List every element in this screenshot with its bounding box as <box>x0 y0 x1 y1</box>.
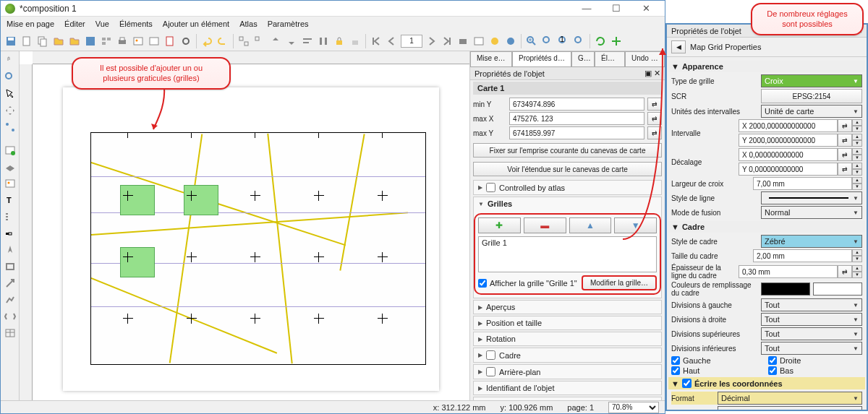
last-icon[interactable] <box>440 34 454 48</box>
section-overviews[interactable]: Aperçus <box>486 303 515 311</box>
section-rotation[interactable]: Rotation <box>486 335 516 343</box>
gp-chk-right[interactable] <box>768 356 777 365</box>
open-folder2-icon[interactable] <box>67 34 82 48</box>
page-input[interactable] <box>401 35 422 48</box>
gp-interval-x[interactable] <box>739 119 838 132</box>
section-position[interactable]: Position et taille <box>486 319 542 327</box>
atlas-print-icon[interactable] <box>456 34 470 48</box>
gp-fill-color1[interactable] <box>761 283 810 296</box>
gp-section-appearance[interactable]: Apparence <box>682 62 723 71</box>
add-grid-button[interactable]: ✚ <box>478 217 521 233</box>
raise-icon[interactable] <box>268 34 283 48</box>
gp-offset-y[interactable] <box>739 163 838 176</box>
atlas-export-icon[interactable] <box>472 34 486 48</box>
menu-edit[interactable]: Éditer <box>64 20 85 28</box>
gp-chk-bot[interactable] <box>768 366 777 375</box>
settings-icon[interactable] <box>179 34 193 48</box>
gp-offset-x[interactable] <box>739 148 838 161</box>
gp-offx-override-icon[interactable]: ⇄ <box>838 148 852 161</box>
gp-intx-override-icon[interactable]: ⇄ <box>838 119 852 132</box>
zoomin-icon[interactable] <box>524 34 539 48</box>
show-grid-checkbox[interactable] <box>478 279 487 288</box>
grilles-section-label[interactable]: Grilles <box>488 199 512 208</box>
zoom-select[interactable]: 70.8% <box>608 402 659 413</box>
new-layout-icon[interactable] <box>20 34 34 48</box>
tab-guides[interactable]: Gui… <box>571 51 595 66</box>
edit-nodes-icon[interactable] <box>3 120 17 134</box>
gp-chk-left[interactable] <box>671 356 680 365</box>
select-tool-icon[interactable] <box>3 87 17 101</box>
pan-tool-icon[interactable] <box>3 53 17 68</box>
ungroup-icon[interactable] <box>252 34 267 48</box>
zoomfull-icon[interactable] <box>540 34 555 48</box>
gp-divtop-select[interactable]: Tout▼ <box>761 327 862 340</box>
first-icon[interactable] <box>369 34 383 48</box>
menu-layout[interactable]: Mise en page <box>7 20 54 28</box>
gp-coords-checkbox[interactable] <box>682 379 692 388</box>
add-shape-icon[interactable] <box>3 259 17 274</box>
zoomwidth-icon[interactable] <box>572 34 587 48</box>
print-icon[interactable] <box>115 34 129 48</box>
maximize-button[interactable]: ☐ <box>602 1 631 16</box>
zoom100-icon[interactable]: 1 <box>556 34 571 48</box>
gp-type-select[interactable]: Croix▼ <box>761 74 862 87</box>
atlas-preview-icon[interactable] <box>503 34 518 48</box>
layout-page[interactable]: 466000.000 468000.000 470000.000 472000.… <box>63 87 439 391</box>
gp-framesize-input[interactable] <box>753 249 852 262</box>
gp-cross-input[interactable] <box>753 177 852 190</box>
atlas-checkbox[interactable] <box>486 183 495 192</box>
gp-crs-button[interactable]: EPSG:2154 <box>761 89 862 103</box>
export-svg-icon[interactable] <box>147 34 161 48</box>
gp-blend-select[interactable]: Normal▼ <box>761 206 862 219</box>
gp-frameline-input[interactable] <box>739 265 838 278</box>
gp-section-coords[interactable]: Écrire les coordonnées <box>694 379 783 388</box>
tab-elements[interactable]: Éléme… <box>595 51 625 66</box>
add-scalebar-icon[interactable] <box>3 226 17 241</box>
add-map-icon[interactable] <box>3 143 17 158</box>
gp-divleft-select[interactable]: Tout▼ <box>761 298 862 311</box>
add-html-icon[interactable] <box>3 309 17 324</box>
menu-add-element[interactable]: Ajouter un élément <box>163 20 229 28</box>
gp-divbot-select[interactable]: Tout▼ <box>761 342 862 355</box>
layout-manager-icon[interactable] <box>99 34 114 48</box>
add-picture-icon[interactable] <box>3 176 17 191</box>
export-image-icon[interactable] <box>131 34 145 48</box>
gp-divright-select[interactable]: Tout▼ <box>761 313 862 326</box>
gp-gauche-select[interactable]: Tout afficher▼ <box>718 406 862 410</box>
remove-grid-button[interactable]: ▬ <box>524 217 566 233</box>
add-table-icon[interactable] <box>3 326 17 340</box>
duplicate-icon[interactable] <box>35 34 50 48</box>
next-icon[interactable] <box>424 34 438 48</box>
gp-inty-override-icon[interactable]: ⇄ <box>838 134 852 147</box>
distribute-icon[interactable] <box>316 34 331 48</box>
tab-layout[interactable]: Mise en pa… <box>470 51 512 66</box>
close-button[interactable]: ✕ <box>631 1 660 16</box>
redo-icon[interactable] <box>216 34 230 48</box>
zoom-tool-icon[interactable] <box>3 70 17 85</box>
save-icon[interactable] <box>4 34 18 48</box>
add-nodes-icon[interactable] <box>3 293 17 307</box>
minimize-button[interactable]: — <box>572 1 601 16</box>
add-arrow-icon[interactable] <box>3 276 17 290</box>
section-id[interactable]: Identifiant de l'objet <box>486 384 554 392</box>
group-icon[interactable] <box>237 34 251 48</box>
frame-checkbox[interactable] <box>486 350 495 360</box>
gp-offy-override-icon[interactable]: ⇄ <box>838 163 852 176</box>
refresh-icon[interactable] <box>593 34 608 48</box>
grid-item-1[interactable]: Grille 1 <box>482 238 507 247</box>
canvas[interactable]: 466000.000 468000.000 470000.000 472000.… <box>20 51 469 400</box>
gp-frameline-override-icon[interactable]: ⇄ <box>838 265 852 278</box>
add-northarrow-icon[interactable] <box>3 243 17 257</box>
align-icon[interactable] <box>300 34 315 48</box>
move-content-icon[interactable] <box>3 103 17 118</box>
gp-section-frame[interactable]: Cadre <box>682 223 705 231</box>
add-label-icon[interactable]: T <box>3 193 17 207</box>
gp-line-select[interactable]: ▼ <box>761 191 862 204</box>
atlas-settings-icon[interactable] <box>488 34 502 48</box>
save-template-icon[interactable] <box>83 34 98 48</box>
modify-grid-button[interactable]: Modifier la grille… <box>582 275 657 290</box>
gp-unit-select[interactable]: Unité de carte▼ <box>761 105 862 118</box>
grid-up-button[interactable]: ▲ <box>569 217 612 233</box>
section-background[interactable]: Arrière-plan <box>499 368 540 376</box>
menu-atlas[interactable]: Atlas <box>239 20 257 28</box>
